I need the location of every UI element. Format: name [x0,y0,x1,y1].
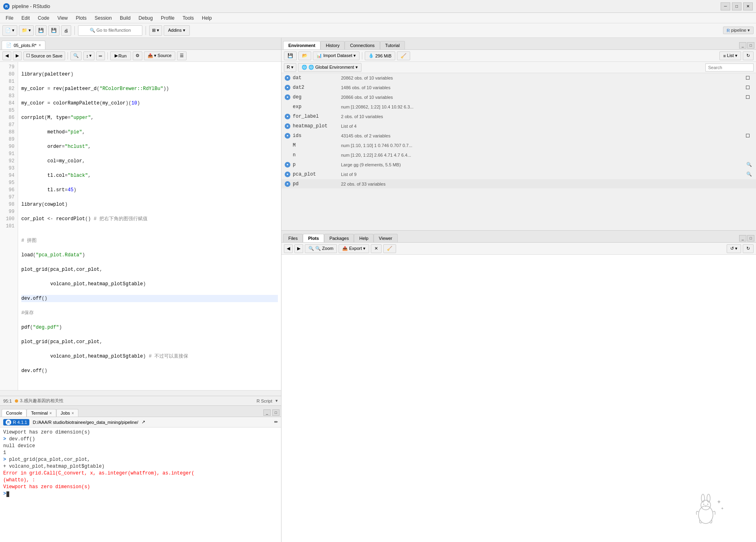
minimize-button[interactable]: ─ [721,2,730,10]
save-env-button[interactable]: 💾 [284,51,297,60]
console-clear-button[interactable]: ✏ [274,419,278,425]
open-file-button[interactable]: 📁▾ [19,25,34,36]
code-editor[interactable]: 7980818283 8485868788 8990919293 9495969… [0,62,281,390]
pca-plot-action-button[interactable]: 🔍 [746,171,753,178]
save-button[interactable]: 💾 [35,25,47,36]
deg-checkbox[interactable]: ☐ [746,94,753,100]
dat-value: 20862 obs. of 10 variables [341,76,744,80]
editor-tab-plots[interactable]: 📄 05_plots.R* × [2,41,45,49]
tab-packages[interactable]: Packages [324,234,354,242]
options-button[interactable]: ⚙ [133,51,142,60]
menu-help[interactable]: Help [198,14,216,22]
menu-profile[interactable]: Profile [157,14,179,22]
tab-connections[interactable]: Connections [345,41,380,49]
grid-button[interactable]: ⊞▾ [149,25,162,36]
code-content[interactable]: library(paletteer) my_color = rev(palett… [18,62,281,390]
new-file-button[interactable]: 📄▾ [2,25,17,36]
console-minimize-button[interactable]: _ [263,409,271,416]
r-dropdown[interactable]: R ▾ [284,63,296,72]
list-view-button[interactable]: ≡ List ▾ [719,51,741,60]
global-env-dropdown[interactable]: 🌐 🌐 Global Environment ▾ [298,63,362,72]
nav-back-button[interactable]: ◀ [2,51,11,60]
console-input-line[interactable]: > [3,491,278,497]
console-output[interactable]: Viewport has zero dimension(s) > dev.off… [0,427,281,542]
files-maximize-button[interactable]: □ [747,235,754,241]
console-tab-jobs[interactable]: Jobs × [56,409,78,417]
global-env-icon: 🌐 [302,65,307,70]
plots-prev-button[interactable]: ◀ [284,244,293,253]
broom-button[interactable]: 🧹 [397,51,410,60]
print-button[interactable]: 🖨 [61,25,71,36]
plots-next-button[interactable]: ▶ [294,244,303,253]
export-button[interactable]: 📤 Export ▾ [339,244,369,253]
terminal-tab-close[interactable]: × [49,411,52,415]
tab-plots[interactable]: Plots [303,234,324,242]
editor-menu-button[interactable]: ☰ [177,51,187,60]
console-line-4: 1 [3,450,278,456]
import-dataset-button[interactable]: 📊 Import Dataset ▾ [313,51,360,60]
nav-forward-button[interactable]: ▶ [13,51,22,60]
memory-button[interactable]: 💧 296 MiB [365,51,395,60]
tab-environment[interactable]: Environment [283,41,320,49]
files-tabs: Files Plots Packages Help Viewer [283,234,398,242]
left-panel: 📄 05_plots.R* × ◀ ▶ ☐ Source on Save 🔍 [0,38,281,542]
menu-session[interactable]: Session [90,14,116,22]
deg-value: 20866 obs. of 10 variables [341,95,744,100]
env-minimize-button[interactable]: _ [739,42,746,49]
menu-edit[interactable]: Edit [17,14,34,22]
source-on-save-button[interactable]: ☐ Source on Save [23,51,65,60]
zoom-button[interactable]: 🔍 🔍 Zoom [305,244,337,253]
clear-plots-button[interactable]: 🧹 [383,244,396,253]
source-button[interactable]: 📤 ▾ Source [144,51,175,60]
plots-refresh-button[interactable]: ↺▾ [727,244,741,253]
menu-file[interactable]: File [2,14,17,22]
save-all-button[interactable]: 💾 [48,25,60,36]
p-action-button[interactable]: 🔍 [746,162,753,168]
menu-plots[interactable]: Plots [72,14,91,22]
bunny-illustration: ✦ ✦ [684,486,732,526]
p-name: p [293,162,341,168]
menu-view[interactable]: View [53,14,72,22]
project-label[interactable]: R pipeline ▾ [723,27,754,34]
status-dot-icon [15,399,18,403]
tab-files[interactable]: Files [283,234,303,242]
jobs-tab-close[interactable]: × [72,411,74,415]
env-search-input[interactable] [705,63,754,72]
menu-code[interactable]: Code [34,14,53,22]
menu-icon: ☰ [180,53,184,58]
console-tab-terminal[interactable]: Terminal × [27,409,56,417]
tab-viewer[interactable]: Viewer [374,234,397,242]
zoom-label: 🔍 Zoom [315,246,333,251]
ids-checkbox[interactable]: ☐ [746,133,753,139]
goto-file-button[interactable]: 🔍 Go to file/function [78,25,142,36]
find-button[interactable]: 🔍 [70,51,82,60]
horizontal-scrollbar[interactable] [0,390,281,396]
menu-debug[interactable]: Debug [135,14,157,22]
console-tab-console[interactable]: Console [2,409,27,417]
menu-tools[interactable]: Tools [179,14,198,22]
plots-refresh-btn2[interactable]: ↻ [743,244,754,253]
refresh-env-button[interactable]: ↻ [743,51,754,60]
format-button[interactable]: ═ [96,51,105,60]
tab-history[interactable]: History [320,41,345,49]
open-dropdown-icon: ▾ [29,28,31,33]
console-maximize-button[interactable]: □ [272,409,279,416]
env-maximize-button[interactable]: □ [747,42,754,49]
dat2-checkbox[interactable]: ☐ [746,85,753,90]
addins-button[interactable]: Addins ▾ [164,25,190,36]
load-env-button[interactable]: 📂 [298,51,311,60]
tab-close-icon[interactable]: × [39,43,41,47]
console-path-icon: ↗ [142,419,145,425]
delete-plot-button[interactable]: ✕ [371,244,382,253]
tab-tutorial[interactable]: Tutorial [380,41,405,49]
run-button[interactable]: ▶ Run [110,51,131,60]
list-label: List ▾ [727,53,738,58]
status-filename: 3.感兴趣基因的相关性 [20,398,63,404]
maximize-button[interactable]: □ [732,2,742,10]
wrap-button[interactable]: ↕▾ [83,51,94,60]
tab-help[interactable]: Help [354,234,374,242]
menu-build[interactable]: Build [116,14,135,22]
dat-checkbox[interactable]: ☐ [746,75,753,81]
close-button[interactable]: ✕ [743,2,753,10]
files-minimize-button[interactable]: _ [739,235,746,241]
